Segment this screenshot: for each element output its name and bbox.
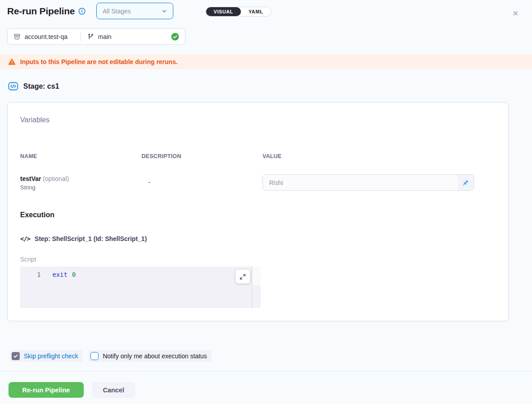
notify-me-checkbox[interactable]	[90, 352, 99, 360]
code-line: 1 exit0	[20, 266, 261, 279]
warning-triangle-icon	[8, 58, 16, 65]
cancel-button[interactable]: Cancel	[92, 382, 135, 398]
stage-header: Stage: cs1	[8, 81, 59, 91]
stage-filter-value: All Stages	[103, 8, 131, 15]
tab-yaml[interactable]: YAML	[241, 7, 271, 16]
variable-type: String	[20, 183, 69, 192]
stage-filter-dropdown[interactable]: All Stages	[96, 3, 173, 19]
variable-name: testVar	[20, 175, 41, 182]
column-header-value: VALUE	[262, 153, 282, 159]
code-keyword: exit	[52, 271, 68, 278]
code-step-icon: </>	[20, 235, 30, 242]
footer-divider	[0, 371, 532, 371]
success-check-icon	[171, 33, 179, 41]
variables-heading: Variables	[20, 116, 50, 124]
stage-form-card: Variables NAME DESCRIPTION VALUE testVar…	[7, 102, 509, 321]
line-number: 1	[20, 271, 41, 279]
execution-heading: Execution	[20, 211, 54, 219]
chevron-down-icon	[162, 9, 167, 14]
code-argument: 0	[72, 271, 76, 278]
skip-preflight-checkbox[interactable]	[12, 352, 20, 360]
stage-icon	[8, 81, 18, 91]
script-code-editor[interactable]: 1 exit0	[20, 266, 261, 308]
pin-icon[interactable]	[458, 175, 474, 190]
dialog-header: Re-run Pipeline	[7, 6, 86, 17]
repo-name: account.test-qa	[25, 33, 68, 40]
step-label: Step: ShellScript_1 (Id: ShellScript_1)	[34, 235, 147, 242]
run-options: Skip preflight check Notify only me abou…	[10, 350, 211, 362]
repo-branch-bar: account.test-qa main	[7, 28, 185, 45]
editor-scrollbar-line	[252, 266, 252, 308]
script-field-label: Script	[20, 256, 36, 263]
rerun-pipeline-button[interactable]: Re-run Pipeline	[9, 382, 84, 398]
variable-value-input[interactable]	[263, 175, 458, 190]
warning-banner: Inputs to this Pipeline are not editable…	[0, 54, 532, 69]
variable-name-cell: testVar (optional) String	[20, 174, 69, 192]
editor-scrollbar-gutter	[253, 266, 261, 285]
tab-visual[interactable]: VISUAL	[206, 7, 241, 16]
step-header: </> Step: ShellScript_1 (Id: ShellScript…	[20, 235, 147, 242]
column-header-name: NAME	[20, 153, 37, 159]
branch-name: main	[98, 33, 112, 40]
visual-yaml-toggle: VISUAL YAML	[206, 7, 271, 17]
repo-segment[interactable]: account.test-qa	[13, 33, 68, 40]
stage-title: Stage: cs1	[23, 82, 59, 90]
variable-value-field	[262, 174, 474, 191]
branch-segment[interactable]: main	[87, 33, 112, 40]
skip-preflight-option[interactable]: Skip preflight check	[10, 350, 82, 362]
divider	[80, 32, 81, 41]
page-title: Re-run Pipeline	[7, 6, 75, 17]
warning-message: Inputs to this Pipeline are not editable…	[20, 58, 178, 65]
variable-description: -	[148, 179, 150, 186]
close-icon[interactable]: ✕	[510, 8, 521, 19]
info-icon[interactable]	[78, 8, 86, 15]
notify-me-label: Notify only me about execution status	[103, 352, 207, 360]
variable-optional-tag: (optional)	[43, 175, 69, 182]
notify-me-option[interactable]: Notify only me about execution status	[89, 350, 211, 362]
git-branch-icon	[87, 33, 94, 40]
skip-preflight-label: Skip preflight check	[24, 352, 78, 360]
repository-icon	[13, 33, 21, 40]
expand-editor-button[interactable]	[236, 270, 250, 284]
column-header-description: DESCRIPTION	[142, 153, 181, 159]
